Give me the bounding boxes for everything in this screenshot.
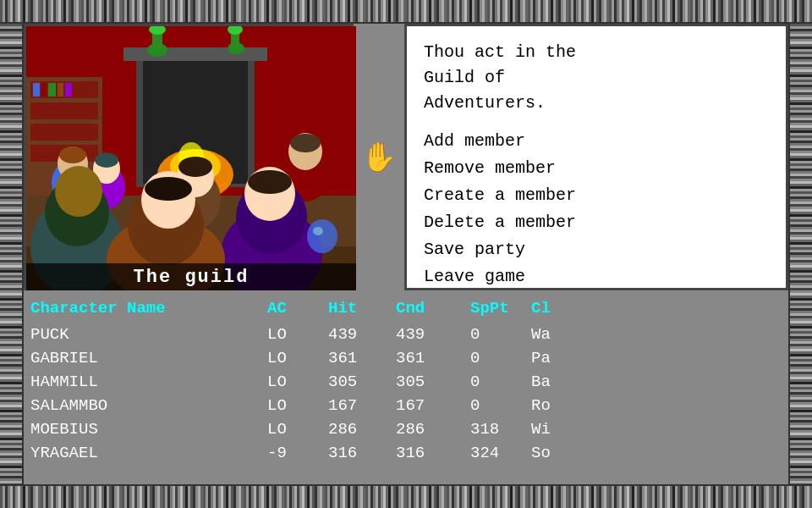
char-name: MOEBIUS	[30, 420, 267, 439]
char-name: YRAGAEL	[30, 444, 267, 462]
svg-rect-16	[30, 81, 98, 98]
stats-section: Character Name AC Hit Cnd SpPt Cl PUCK L…	[24, 290, 788, 484]
menu-item-remove-member[interactable]: Remove member	[424, 155, 769, 182]
svg-rect-18	[30, 124, 98, 141]
menu-item-leave-game[interactable]: Leave game	[424, 263, 769, 290]
char-cnd: 361	[396, 349, 470, 367]
border-left	[0, 24, 24, 484]
menu-item-create-member[interactable]: Create a member	[424, 182, 769, 209]
char-cnd: 439	[396, 325, 470, 344]
hand-icon: ✋	[361, 140, 397, 175]
char-name: PUCK	[30, 325, 267, 344]
menu-item-delete-member[interactable]: Delete a member	[424, 209, 769, 236]
char-sppt: 0	[470, 396, 531, 415]
svg-point-48	[307, 219, 337, 253]
char-sppt: 0	[470, 325, 531, 344]
header-cnd: Cnd	[396, 299, 470, 318]
header-sppt: SpPt	[470, 299, 531, 318]
border-right	[788, 24, 812, 484]
table-row[interactable]: MOEBIUS LO 286 286 318 Wi	[24, 417, 788, 441]
stats-header-row: Character Name AC Hit Cnd SpPt Cl	[24, 294, 788, 323]
header-name: Character Name	[30, 299, 267, 318]
menu-items-list: Add member Remove member Create a member…	[424, 128, 769, 318]
border-top	[0, 0, 812, 24]
svg-point-30	[95, 152, 118, 168]
char-cl: Ro	[531, 396, 782, 415]
menu-item-save-party[interactable]: Save party	[424, 236, 769, 263]
char-cnd: 316	[396, 444, 470, 462]
border-bottom	[0, 484, 812, 508]
menu-panel: Thou act in the Guild of Adventurers. Ad…	[404, 24, 788, 290]
main-content: The guild ✋ Thou act in the Guild of Adv…	[24, 24, 788, 484]
char-cl: So	[531, 444, 782, 462]
char-cnd: 305	[396, 373, 470, 391]
table-row[interactable]: HAMMILL LO 305 305 0 Ba	[24, 370, 788, 394]
table-row[interactable]: SALAMMBO LO 167 167 0 Ro	[24, 394, 788, 417]
hand-cursor-area: ✋	[354, 24, 404, 290]
char-cl: Wa	[531, 325, 782, 344]
char-cnd: 286	[396, 420, 470, 439]
svg-rect-24	[65, 83, 72, 97]
svg-point-36	[178, 157, 212, 177]
menu-intro: Thou act in the Guild of Adventurers.	[424, 40, 769, 116]
svg-point-47	[145, 177, 192, 201]
char-sppt: 318	[470, 420, 531, 439]
header-hit: Hit	[328, 299, 396, 318]
char-ac: LO	[267, 420, 328, 439]
char-cnd: 167	[396, 396, 470, 415]
svg-rect-22	[48, 83, 56, 97]
char-sppt: 0	[470, 373, 531, 391]
svg-rect-21	[41, 83, 47, 97]
header-cl: Cl	[531, 299, 782, 318]
svg-text:The guild: The guild	[134, 267, 250, 288]
char-hit: 439	[328, 325, 396, 344]
svg-rect-5	[123, 47, 267, 61]
char-sppt: 324	[470, 444, 531, 462]
outer-border: The guild ✋ Thou act in the Guild of Adv…	[0, 0, 812, 508]
char-name: HAMMILL	[30, 373, 267, 391]
svg-point-43	[248, 170, 292, 194]
guild-scene-svg: The guild	[26, 26, 356, 290]
char-ac: -9	[267, 444, 328, 462]
svg-rect-20	[33, 83, 40, 97]
char-ac: LO	[267, 349, 328, 367]
char-sppt: 0	[470, 349, 531, 367]
char-cl: Pa	[531, 349, 782, 367]
svg-rect-17	[30, 102, 98, 119]
top-section: The guild ✋ Thou act in the Guild of Adv…	[24, 24, 788, 290]
character-rows: PUCK LO 439 439 0 Wa GABRIEL LO 361 361 …	[24, 323, 788, 465]
char-name: SALAMMBO	[30, 396, 267, 415]
char-ac: LO	[267, 396, 328, 415]
char-ac: LO	[267, 325, 328, 344]
char-cl: Wi	[531, 420, 782, 439]
char-ac: LO	[267, 373, 328, 391]
table-row[interactable]: GABRIEL LO 361 361 0 Pa	[24, 346, 788, 370]
table-row[interactable]: YRAGAEL -9 316 316 324 So	[24, 441, 788, 465]
svg-point-49	[313, 227, 323, 235]
char-hit: 305	[328, 373, 396, 391]
char-cl: Ba	[531, 373, 782, 391]
char-hit: 316	[328, 444, 396, 462]
char-name: GABRIEL	[30, 349, 267, 367]
menu-item-add-member[interactable]: Add member	[424, 128, 769, 155]
char-hit: 167	[328, 396, 396, 415]
table-row[interactable]: PUCK LO 439 439 0 Wa	[24, 323, 788, 346]
header-ac: AC	[267, 299, 328, 318]
svg-rect-23	[58, 83, 63, 97]
char-hit: 286	[328, 420, 396, 439]
svg-point-27	[59, 146, 86, 163]
guild-image-panel: The guild	[24, 24, 354, 290]
char-hit: 361	[328, 349, 396, 367]
svg-point-33	[290, 134, 321, 152]
svg-point-39	[55, 166, 102, 217]
